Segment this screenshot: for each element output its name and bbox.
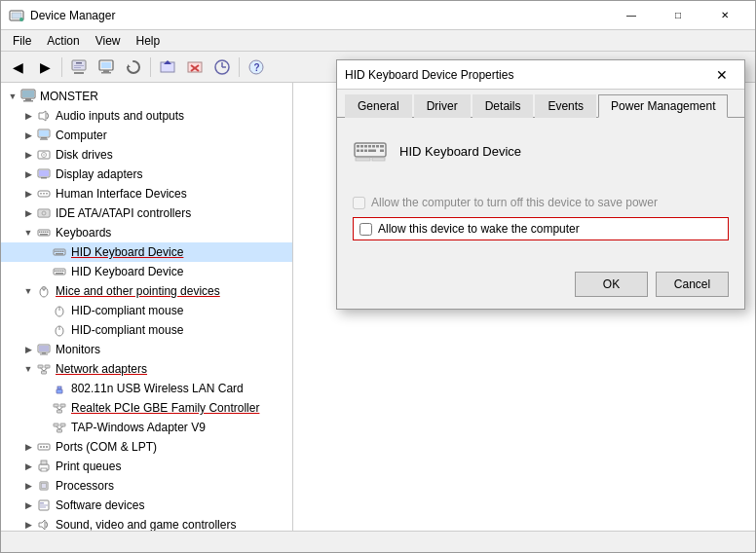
tab-power-management[interactable]: Power Management (598, 94, 728, 118)
svg-rect-122 (364, 145, 367, 148)
svg-rect-123 (368, 145, 371, 148)
modal-overlay: HID Keyboard Device Properties ✕ General… (1, 1, 755, 552)
svg-rect-128 (360, 150, 363, 153)
dialog-tabs: General Driver Details Events Power Mana… (337, 90, 744, 118)
device-header: HID Keyboard Device (353, 133, 729, 180)
svg-rect-132 (356, 158, 370, 161)
svg-rect-120 (357, 145, 359, 148)
device-name-label: HID Keyboard Device (399, 144, 521, 159)
save-power-checkbox[interactable] (353, 197, 365, 209)
device-icon (353, 133, 388, 168)
svg-rect-125 (376, 145, 379, 148)
svg-rect-129 (364, 150, 367, 153)
main-window: Device Manager — □ ✕ File Action View He… (0, 0, 756, 553)
dialog-title-bar: HID Keyboard Device Properties ✕ (337, 60, 744, 90)
svg-rect-121 (360, 145, 363, 148)
wake-label: Allow this device to wake the computer (378, 222, 580, 236)
dialog-title: HID Keyboard Device Properties (345, 68, 707, 82)
tab-events[interactable]: Events (535, 94, 596, 118)
ok-button[interactable]: OK (575, 272, 648, 297)
tab-driver[interactable]: Driver (414, 94, 471, 118)
dialog-footer: OK Cancel (337, 264, 744, 309)
cancel-button[interactable]: Cancel (656, 272, 729, 297)
dialog-body: HID Keyboard Device Allow the computer t… (337, 118, 744, 264)
hid-dialog: HID Keyboard Device Properties ✕ General… (336, 59, 745, 310)
tab-details[interactable]: Details (472, 94, 534, 118)
wake-option-container: Allow this device to wake the computer (353, 217, 729, 240)
svg-rect-127 (357, 150, 359, 153)
tab-general[interactable]: General (345, 94, 412, 118)
power-option-disabled: Allow the computer to turn off this devi… (353, 196, 729, 209)
svg-rect-133 (372, 158, 385, 161)
svg-rect-130 (368, 150, 376, 153)
svg-rect-126 (380, 145, 384, 148)
wake-checkbox[interactable] (359, 223, 372, 236)
svg-rect-131 (380, 150, 384, 153)
save-power-label: Allow the computer to turn off this devi… (371, 196, 658, 209)
dialog-close-button[interactable]: ✕ (707, 62, 737, 88)
svg-rect-124 (372, 145, 375, 148)
